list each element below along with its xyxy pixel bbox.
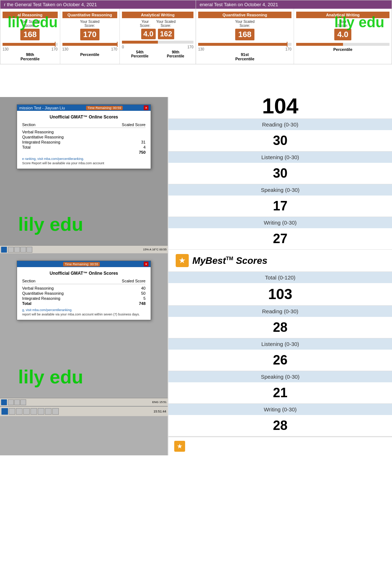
gre-quant-panel-1: Quantitative Reasoning Your ScaledScore:…	[60, 9, 120, 64]
gmat-row1-label-1: Verbal Reasoning	[22, 130, 54, 134]
gmat-row2-label-2: Quantitative Reasoning	[22, 291, 64, 295]
aw-max-1: 170	[187, 45, 193, 49]
watermark-gmat-2: lily edu	[18, 366, 83, 388]
aw-score-label-1: YourScore:	[140, 20, 150, 28]
gmat-row3-score-2: 5	[143, 296, 146, 301]
gre-header-text-1: r the General Test Taken on October 4, 2…	[4, 2, 97, 7]
gmat-heading-2: Unofficial GMAT™ Online Scores	[22, 271, 146, 276]
mybest-total-header: Total (0-120)	[168, 272, 392, 283]
gre-aw-percentile-2: Percentile	[296, 47, 389, 52]
gmat-note-1: Score Report will be available via your …	[22, 161, 146, 165]
mybest-reading-row: Reading (0-30) 28	[168, 306, 392, 338]
gmat-link-2: g, visit mba.com/percentileranking.	[22, 308, 146, 312]
mybest-listening-value: 26	[168, 350, 392, 371]
toefl-reading-value: 30	[168, 130, 392, 151]
gre-aw-header-2: Analytical Writing	[296, 12, 389, 18]
gmat-row2-score-2: 50	[141, 291, 146, 295]
gre-verbal-header-1: al Reasoning	[3, 12, 58, 18]
gre-verbal-percentile-1: 98thPercentile	[3, 52, 58, 61]
toefl-speaking-row: Speaking (0-30) 17	[168, 184, 392, 217]
gre-verbal-score-badge-1: 168	[20, 29, 40, 40]
toefl-partial-total-value: 104	[262, 97, 298, 117]
bottom-taskbar: 15:51:44	[0, 406, 168, 416]
gmat-heading-1: Unofficial GMAT™ Online Scores	[22, 114, 146, 120]
gre-quant-score-label-2: Your ScaledScore:	[198, 20, 291, 28]
toefl-total-partial: 104	[168, 97, 392, 119]
gmat-close-1[interactable]: ✕	[144, 105, 148, 110]
gmat-row3-score-1: 31	[141, 140, 146, 144]
gre-aw-header-1: Analytical Writing	[122, 12, 193, 18]
gmat-total-label-2: Total	[22, 301, 31, 306]
quant-min-1: 130	[62, 47, 69, 51]
gre-aw-score-2: 4.0	[334, 29, 351, 40]
toefl-speaking-value: 17	[168, 196, 392, 217]
gre-verbal-panel-1: al Reasoning Your ScaledScore: 168 130 1…	[0, 9, 60, 64]
gmat-row3-label-1: Integrated Reasoning	[22, 140, 60, 144]
toefl-reading-row: Reading (0-30) 30	[168, 119, 392, 152]
gmat-row4-label-1: Total	[22, 145, 30, 149]
mybest-total-section: Total (0-120) 103	[168, 272, 392, 306]
gmat-row1-score-2: 40	[141, 286, 146, 290]
gmat-row4-score-1: 4	[143, 145, 146, 149]
gmat-window-2: Time Remaining: 00:55 ✕ Unofficial GMAT™…	[17, 261, 151, 320]
toefl-writing-value: 27	[168, 228, 392, 249]
toefl-listening-header: Listening (0-30)	[168, 152, 392, 163]
mybest-star-icon: ★	[176, 254, 189, 267]
gmat-row2-label-1: Quantitative Reasoning	[22, 135, 64, 139]
gre-aw-score1-1: 4.0	[141, 29, 156, 39]
mybest-total-value: 103	[168, 283, 392, 306]
toefl-listening-value: 30	[168, 163, 392, 184]
gmat-window-1: mission Test - Jiayuan Liu Time Remainin…	[17, 104, 151, 169]
gmat-row3-label-2: Integrated Reasoning	[22, 296, 60, 301]
mybest-writing-header: Writing (0-30)	[168, 404, 392, 415]
mybest-header: ★ MyBestTM Scores	[168, 250, 392, 272]
mybest-title-text: MyBestTM Scores	[192, 255, 268, 266]
quant-min-2: 130	[198, 47, 204, 51]
gre-quant-score-label-1: Your ScaledScore:	[62, 20, 118, 28]
gre-header-text-2: eneral Test Taken on October 4, 2021	[200, 2, 278, 7]
mybest-listening-header: Listening (0-30)	[168, 338, 392, 350]
aw-min-1: 0	[122, 45, 124, 49]
gre-header-bar-2: eneral Test Taken on October 4, 2021	[196, 0, 392, 9]
taskbar-1: 15% A 16°C 00:55	[0, 245, 168, 253]
taskbar-2: ENG 15:51	[0, 398, 168, 406]
aw-scaled-label-1: Your ScaledScore:	[156, 20, 176, 28]
mybest-speaking-value: 21	[168, 382, 392, 403]
aw-pct2-1: 90thPercentile	[167, 50, 184, 58]
gre-quant-score-badge-1: 170	[80, 29, 99, 40]
gre-quant-header-1: Quantitative Reasoning	[62, 12, 118, 18]
gmat-note-2: report will be available via your mba.co…	[22, 313, 146, 316]
mybest-reading-header: Reading (0-30)	[168, 306, 392, 317]
gmat-link-1: e ranking, visit mba.com/percentileranki…	[22, 157, 146, 161]
gre-quant-percentile-2: 91stPercentile	[198, 52, 291, 61]
gmat-total-score-2: 748	[139, 301, 146, 306]
gre-quant-panel-2: Quantitative Reasoning Your ScaledScore:…	[196, 9, 294, 64]
toefl-reading-header: Reading (0-30)	[168, 119, 392, 130]
gmat-col-section-2: Section	[22, 279, 36, 283]
gre-header-bar-1: r the General Test Taken on October 4, 2…	[0, 0, 196, 9]
quant-max-1: 170	[111, 47, 117, 51]
toefl-listening-row: Listening (0-30) 30	[168, 152, 392, 184]
mybest-writing-value: 28	[168, 415, 392, 436]
mybest-speaking-header: Speaking (0-30)	[168, 371, 392, 382]
gmat-close-2[interactable]: ✕	[144, 262, 148, 266]
verbal-min-1: 130	[3, 47, 9, 51]
next-section-star: ★	[174, 441, 185, 452]
aw-pct1-1: 54thPercentile	[131, 50, 148, 58]
toefl-writing-row: Writing (0-30) 27	[168, 217, 392, 250]
mybest-listening-row: Listening (0-30) 26	[168, 338, 392, 371]
toefl-speaking-header: Speaking (0-30)	[168, 184, 392, 196]
gre-quant-header-2: Quantitative Reasoning	[198, 12, 291, 18]
gre-quant-score-badge-2: 168	[235, 29, 254, 40]
gmat-timer-2: Time Remaining: 00:55	[63, 262, 100, 266]
mybest-writing-row: Writing (0-30) 28	[168, 404, 392, 436]
gre-quant-percentile-1: Percentile	[62, 52, 118, 57]
next-section-header: ★	[168, 436, 392, 455]
gmat-col-section: Section	[22, 122, 36, 127]
gre-aw-panel-1: Analytical Writing YourScore: Your Scale…	[120, 9, 196, 64]
gre-aw-score2-1: 162	[158, 29, 174, 39]
gmat-title-1: mission Test - Jiayuan Liu	[19, 106, 65, 110]
mybest-speaking-row: Speaking (0-30) 21	[168, 371, 392, 404]
toefl-writing-header: Writing (0-30)	[168, 217, 392, 228]
gre-verbal-score-label-1: Your ScaledScore:	[3, 20, 58, 28]
